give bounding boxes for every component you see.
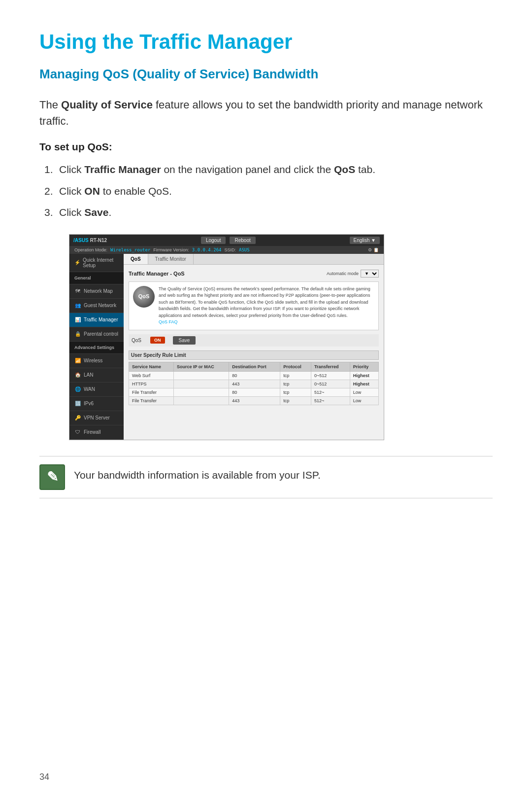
save-button[interactable]: Save: [173, 336, 196, 345]
note-icon-symbol: ✎: [47, 469, 58, 485]
protocol-2: tcp: [280, 380, 311, 388]
sidebar-general-label: General: [74, 276, 91, 280]
sidebar-advanced-label: Advanced Settings: [74, 345, 114, 350]
auto-mode-selector: Automatic mode ▼: [327, 270, 379, 278]
source-1: [173, 371, 229, 380]
note-box: ✎ Your bandwidth information is availabl…: [39, 456, 493, 498]
auto-mode-dropdown[interactable]: ▼: [361, 270, 379, 278]
ssid-value: ASUS: [239, 247, 250, 252]
service-web-surf: Web Surf: [129, 371, 174, 380]
sidebar-label-vpn-server: VPN Server: [84, 415, 110, 420]
sidebar-item-quick-internet[interactable]: ⚡ Quick Internet Setup: [69, 254, 124, 272]
sidebar-section-general: General: [69, 272, 124, 284]
dest-port-4: 443: [229, 396, 280, 405]
sidebar-item-lan[interactable]: 🏠 LAN: [69, 368, 124, 383]
step3-text-after: .: [108, 207, 111, 218]
vpn-server-icon: 🔑: [74, 415, 81, 421]
sidebar-label-lan: LAN: [84, 372, 93, 378]
sidebar-item-wireless[interactable]: 📶 Wireless: [69, 354, 124, 368]
tab-traffic-monitor[interactable]: Traffic Monitor: [148, 254, 194, 264]
content-title: Traffic Manager - QoS: [129, 271, 185, 277]
col-source-ip: Source IP or MAC: [173, 362, 229, 371]
sidebar-section-advanced: Advanced Settings: [69, 342, 124, 354]
guest-network-icon: 👥: [74, 302, 81, 309]
col-service-name: Service Name: [129, 362, 174, 371]
intro-text-before: The: [39, 99, 61, 111]
protocol-4: tcp: [280, 396, 311, 405]
transferred-2: 0~512: [311, 380, 350, 388]
firewall-icon: 🛡: [74, 429, 81, 436]
sidebar-item-guest-network[interactable]: 👥 Guest Network: [69, 299, 124, 313]
service-file-transfer-2: File Transfer: [129, 396, 174, 405]
sidebar-label-parental-control: Parental control: [84, 331, 118, 337]
qos-faq-link[interactable]: QoS FAQ: [159, 319, 178, 324]
ssid-label: SSID:: [224, 247, 236, 252]
qos-gauge-icon: QoS: [133, 286, 155, 308]
steps-list: Click Traffic Manager on the navigation …: [39, 162, 493, 220]
sidebar-label-wireless: Wireless: [84, 358, 102, 363]
sidebar-item-vpn-server[interactable]: 🔑 VPN Server: [69, 411, 124, 425]
router-screenshot: /ASUS RT-N12 Logout Reboot English ▼ Ope…: [69, 234, 384, 440]
quick-internet-icon: ⚡: [74, 259, 80, 266]
sidebar-item-traffic-manager[interactable]: 📊 Traffic Manager: [69, 313, 124, 327]
sidebar-item-ipv6[interactable]: 🔢 IPv6: [69, 397, 124, 411]
sidebar-item-network-map[interactable]: 🗺 Network Map: [69, 284, 124, 299]
sidebar-label-ipv6: IPv6: [84, 401, 94, 406]
table-row: File Transfer 443 tcp 512~ Low: [129, 396, 379, 405]
step-3: Click Save.: [44, 205, 493, 220]
router-status-bar: Operation Mode: Wireless_router Firmware…: [69, 246, 384, 254]
page-title: Using the Traffic Manager: [39, 30, 493, 54]
intro-bold: Quality of Service: [61, 99, 153, 111]
priority-4: Low: [350, 396, 378, 405]
service-https: HTTPS: [129, 380, 174, 388]
priority-1: Highest: [350, 371, 378, 380]
parental-control-icon: 🔒: [74, 331, 81, 338]
sidebar-label-wan: WAN: [84, 386, 95, 392]
page-number: 34: [39, 772, 49, 782]
sidebar-item-parental-control[interactable]: 🔒 Parental control: [69, 327, 124, 342]
router-content-area: Traffic Manager - QoS Automatic mode ▼ Q…: [124, 265, 384, 410]
dest-port-3: 80: [229, 388, 280, 396]
step1-bold: Traffic Manager: [84, 164, 161, 175]
table-section-title: User Specify Rule Limit: [129, 350, 379, 360]
step1-text-after: on the navigation panel and click the: [161, 164, 334, 175]
operation-mode-label: Operation Mode:: [74, 247, 107, 252]
content-header: Traffic Manager - QoS Automatic mode ▼: [129, 270, 379, 278]
router-tabs: QoS Traffic Monitor: [124, 254, 384, 265]
col-protocol: Protocol: [280, 362, 311, 371]
language-selector[interactable]: English ▼: [350, 237, 380, 244]
sidebar-label-quick-internet: Quick Internet Setup: [83, 257, 119, 268]
sidebar-label-guest-network: Guest Network: [84, 303, 116, 308]
source-2: [173, 380, 229, 388]
logout-button[interactable]: Logout: [201, 237, 226, 244]
step-1: Click Traffic Manager on the navigation …: [44, 162, 493, 177]
router-header: /ASUS RT-N12 Logout Reboot English ▼: [69, 235, 384, 246]
note-text: Your bandwidth information is available …: [74, 464, 321, 483]
router-body: ⚡ Quick Internet Setup General 🗺 Network…: [69, 254, 384, 440]
dest-port-2: 443: [229, 380, 280, 388]
table-row: Web Surf 80 tcp 0~512 Highest: [129, 371, 379, 380]
qos-toggle-label: QoS: [132, 338, 146, 343]
priority-2: Highest: [350, 380, 378, 388]
firmware-value: 3.0.0.4.264: [192, 247, 222, 252]
step-2: Click ON to enable QoS.: [44, 183, 493, 199]
wireless-icon: 📶: [74, 357, 81, 364]
tab-qos[interactable]: QoS: [124, 254, 148, 264]
step1-bold2: QoS: [334, 164, 355, 175]
transferred-1: 0~512: [311, 371, 350, 380]
auto-mode-label: Automatic mode: [327, 271, 359, 276]
sidebar-item-wan[interactable]: 🌐 WAN: [69, 383, 124, 397]
step1-text-before: Click: [59, 164, 84, 175]
router-main-content: QoS Traffic Monitor Traffic Manager - Qo…: [124, 254, 384, 440]
lan-icon: 🏠: [74, 372, 81, 379]
sidebar-item-firewall[interactable]: 🛡 Firewall: [69, 425, 124, 440]
step2-text-before: Click: [59, 185, 84, 197]
note-icon: ✎: [39, 464, 65, 490]
qos-toggle[interactable]: ON: [150, 337, 165, 344]
router-model: RT-N12: [90, 238, 107, 243]
step2-bold: ON: [84, 185, 100, 197]
sidebar-label-network-map: Network Map: [84, 288, 113, 294]
step3-bold: Save: [84, 207, 108, 218]
reboot-button[interactable]: Reboot: [230, 237, 255, 244]
dest-port-1: 80: [229, 371, 280, 380]
